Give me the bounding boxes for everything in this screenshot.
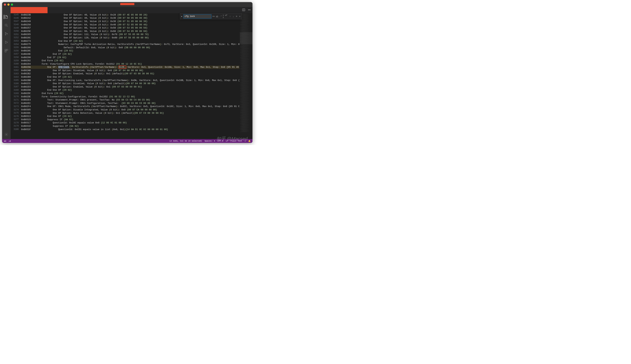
titlebar	[2, 2, 252, 7]
minimap[interactable]: xxxxxxxx xxxxxxxxxx xx xx xx xx xxxxxxxx…	[240, 13, 252, 139]
tab-bar	[10, 7, 252, 13]
settings-gear-icon[interactable]	[4, 132, 8, 136]
svg-point-0	[5, 24, 7, 26]
svg-rect-4	[5, 49, 6, 50]
status-language[interactable]: Plain Text	[230, 140, 242, 142]
vscode-window: ▸ Aa ab .* 1 of 1 ↑ ↓ ≡ ✕ 31453146314731…	[2, 2, 252, 143]
find-next-icon[interactable]: ↓	[232, 15, 234, 18]
search-icon[interactable]	[4, 23, 8, 28]
feedback-icon[interactable]: ☺	[244, 140, 246, 142]
find-in-selection-icon[interactable]: ≡	[236, 15, 238, 18]
svg-rect-6	[5, 51, 6, 52]
find-prev-icon[interactable]: ↑	[229, 15, 231, 18]
notifications-icon[interactable]: 🔔	[248, 140, 251, 142]
find-widget: ▸ Aa ab .* 1 of 1 ↑ ↓ ≡ ✕	[180, 14, 242, 19]
status-cursor[interactable]: Ln 3161, Col 33 (8 selected)	[170, 140, 202, 142]
status-eol[interactable]: LF	[226, 140, 228, 142]
svg-point-2	[5, 34, 6, 35]
editor[interactable]: 3145314631473148314931503151315231533154…	[10, 13, 252, 139]
match-case-icon[interactable]: Aa	[212, 14, 215, 18]
svg-point-11	[250, 10, 250, 10]
status-encoding[interactable]: UTF-8	[218, 140, 223, 142]
status-bar: ⊗0 ⚠0 Ln 3161, Col 33 (8 selected) Space…	[2, 139, 252, 143]
svg-point-10	[249, 10, 250, 10]
tab-redacted[interactable]	[10, 7, 48, 13]
zoom-icon[interactable]	[11, 4, 13, 6]
svg-rect-5	[6, 49, 8, 50]
find-input[interactable]	[184, 14, 212, 18]
find-close-icon[interactable]: ✕	[238, 15, 241, 18]
code-content[interactable]: 0xB023B One Of Option: 40, Value (8 bit)…	[21, 13, 240, 139]
minimap-viewport[interactable]	[240, 32, 252, 44]
find-expand-icon[interactable]: ▸	[181, 15, 183, 18]
run-debug-icon[interactable]	[4, 40, 8, 44]
source-control-icon[interactable]	[4, 32, 8, 36]
svg-point-1	[5, 32, 6, 33]
extensions-icon[interactable]	[4, 48, 8, 53]
more-icon[interactable]	[248, 8, 251, 12]
title-redacted	[120, 3, 134, 5]
regex-icon[interactable]: .*	[219, 14, 222, 18]
line-number-gutter: 3145314631473148314931503151315231533154…	[10, 13, 20, 139]
minimize-icon[interactable]	[8, 4, 10, 6]
svg-point-3	[7, 34, 8, 34]
status-problems[interactable]: ⊗0 ⚠0	[4, 140, 11, 142]
svg-point-9	[248, 10, 248, 10]
close-icon[interactable]	[4, 4, 6, 6]
error-icon: ⊗	[4, 140, 5, 142]
match-whole-word-icon[interactable]: ab	[216, 14, 218, 18]
activity-bar	[2, 7, 10, 139]
svg-point-7	[6, 134, 7, 135]
window-controls	[4, 4, 13, 6]
explorer-icon[interactable]	[4, 15, 8, 19]
find-result-count: 1 of 1	[223, 14, 228, 18]
status-indent[interactable]: Spaces: 4	[204, 140, 215, 142]
split-editor-icon[interactable]	[242, 8, 245, 12]
